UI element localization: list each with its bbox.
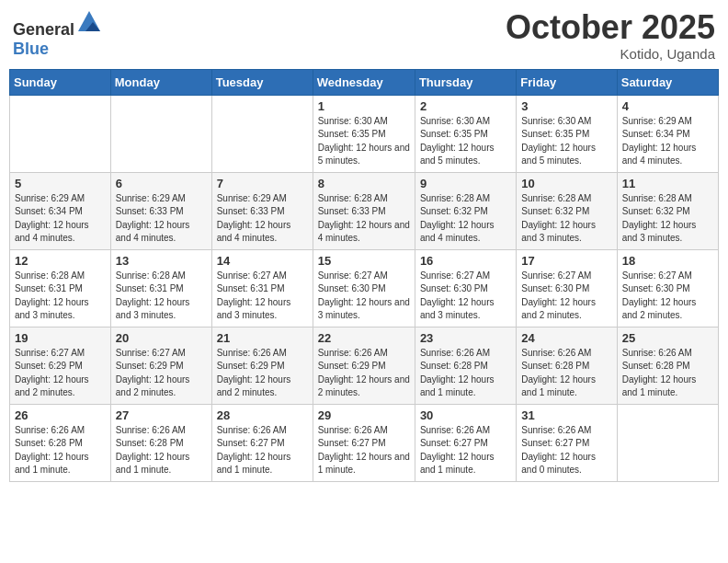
weekday-header-sunday: Sunday: [10, 69, 111, 95]
calendar-cell: 2Sunrise: 6:30 AM Sunset: 6:35 PM Daylig…: [415, 95, 516, 172]
day-number: 25: [622, 331, 713, 345]
day-info: Sunrise: 6:27 AM Sunset: 6:30 PM Dayligh…: [318, 270, 410, 323]
calendar-cell: 4Sunrise: 6:29 AM Sunset: 6:34 PM Daylig…: [617, 95, 718, 172]
calendar-cell: 13Sunrise: 6:28 AM Sunset: 6:31 PM Dayli…: [110, 249, 211, 327]
calendar-cell: 6Sunrise: 6:29 AM Sunset: 6:33 PM Daylig…: [110, 172, 211, 249]
calendar-table: SundayMondayTuesdayWednesdayThursdayFrid…: [9, 69, 719, 482]
calendar-cell: 8Sunrise: 6:28 AM Sunset: 6:33 PM Daylig…: [313, 172, 415, 249]
calendar-cell: 25Sunrise: 6:26 AM Sunset: 6:28 PM Dayli…: [617, 327, 718, 404]
day-info: Sunrise: 6:26 AM Sunset: 6:28 PM Dayligh…: [622, 347, 713, 400]
day-number: 18: [622, 254, 713, 268]
day-info: Sunrise: 6:30 AM Sunset: 6:35 PM Dayligh…: [420, 115, 511, 168]
day-number: 2: [420, 99, 511, 113]
day-info: Sunrise: 6:28 AM Sunset: 6:33 PM Dayligh…: [318, 192, 410, 246]
calendar-cell: 19Sunrise: 6:27 AM Sunset: 6:29 PM Dayli…: [10, 327, 111, 404]
calendar-cell: 3Sunrise: 6:30 AM Sunset: 6:35 PM Daylig…: [517, 95, 617, 172]
title-block: October 2025 Kotido, Uganda: [506, 9, 715, 62]
day-info: Sunrise: 6:27 AM Sunset: 6:29 PM Dayligh…: [15, 347, 106, 400]
day-info: Sunrise: 6:29 AM Sunset: 6:33 PM Dayligh…: [217, 192, 308, 246]
day-info: Sunrise: 6:27 AM Sunset: 6:30 PM Dayligh…: [622, 270, 713, 323]
logo-general: General: [13, 20, 74, 39]
day-number: 10: [521, 177, 611, 190]
day-info: Sunrise: 6:27 AM Sunset: 6:30 PM Dayligh…: [420, 270, 511, 323]
day-number: 6: [116, 177, 207, 190]
day-number: 5: [15, 177, 106, 190]
day-info: Sunrise: 6:30 AM Sunset: 6:35 PM Dayligh…: [318, 115, 410, 168]
day-info: Sunrise: 6:26 AM Sunset: 6:27 PM Dayligh…: [420, 424, 511, 477]
weekday-header-monday: Monday: [110, 69, 211, 95]
calendar-cell: 14Sunrise: 6:27 AM Sunset: 6:31 PM Dayli…: [211, 249, 313, 327]
calendar-week-row: 12Sunrise: 6:28 AM Sunset: 6:31 PM Dayli…: [10, 249, 719, 327]
day-info: Sunrise: 6:27 AM Sunset: 6:30 PM Dayligh…: [521, 270, 611, 323]
calendar-cell: 31Sunrise: 6:26 AM Sunset: 6:27 PM Dayli…: [517, 404, 617, 481]
day-number: 15: [318, 254, 410, 268]
calendar-week-row: 19Sunrise: 6:27 AM Sunset: 6:29 PM Dayli…: [10, 327, 719, 404]
day-number: 26: [15, 408, 106, 422]
day-number: 16: [420, 254, 511, 268]
day-number: 28: [217, 408, 308, 422]
day-info: Sunrise: 6:29 AM Sunset: 6:33 PM Dayligh…: [116, 192, 207, 246]
weekday-header-wednesday: Wednesday: [313, 69, 415, 95]
month-title: October 2025: [506, 9, 715, 46]
weekday-header-thursday: Thursday: [415, 69, 516, 95]
day-number: 8: [318, 177, 410, 190]
weekday-header-tuesday: Tuesday: [211, 69, 313, 95]
day-info: Sunrise: 6:26 AM Sunset: 6:29 PM Dayligh…: [318, 347, 410, 400]
day-info: Sunrise: 6:27 AM Sunset: 6:31 PM Dayligh…: [217, 270, 308, 323]
day-info: Sunrise: 6:26 AM Sunset: 6:28 PM Dayligh…: [420, 347, 511, 400]
day-info: Sunrise: 6:29 AM Sunset: 6:34 PM Dayligh…: [15, 192, 106, 246]
calendar-cell: [211, 95, 313, 172]
calendar-cell: 7Sunrise: 6:29 AM Sunset: 6:33 PM Daylig…: [211, 172, 313, 249]
calendar-cell: 16Sunrise: 6:27 AM Sunset: 6:30 PM Dayli…: [415, 249, 516, 327]
weekday-header-friday: Friday: [517, 69, 617, 95]
day-number: 23: [420, 331, 511, 345]
day-info: Sunrise: 6:26 AM Sunset: 6:28 PM Dayligh…: [116, 424, 207, 477]
logo: General Blue: [13, 9, 102, 59]
weekday-header-saturday: Saturday: [617, 69, 718, 95]
calendar-week-row: 1Sunrise: 6:30 AM Sunset: 6:35 PM Daylig…: [10, 95, 719, 172]
day-info: Sunrise: 6:27 AM Sunset: 6:29 PM Dayligh…: [116, 347, 207, 400]
calendar-cell: 9Sunrise: 6:28 AM Sunset: 6:32 PM Daylig…: [415, 172, 516, 249]
day-number: 1: [318, 99, 410, 113]
page-header: General Blue October 2025 Kotido, Uganda: [9, 9, 719, 62]
day-info: Sunrise: 6:26 AM Sunset: 6:27 PM Dayligh…: [318, 424, 410, 477]
calendar-week-row: 26Sunrise: 6:26 AM Sunset: 6:28 PM Dayli…: [10, 404, 719, 481]
day-number: 30: [420, 408, 511, 422]
weekday-header-row: SundayMondayTuesdayWednesdayThursdayFrid…: [10, 69, 719, 95]
day-info: Sunrise: 6:28 AM Sunset: 6:31 PM Dayligh…: [116, 270, 207, 323]
calendar-cell: 24Sunrise: 6:26 AM Sunset: 6:28 PM Dayli…: [517, 327, 617, 404]
day-info: Sunrise: 6:28 AM Sunset: 6:31 PM Dayligh…: [15, 270, 106, 323]
day-info: Sunrise: 6:28 AM Sunset: 6:32 PM Dayligh…: [622, 192, 713, 246]
day-info: Sunrise: 6:26 AM Sunset: 6:28 PM Dayligh…: [15, 424, 106, 477]
day-number: 11: [622, 177, 713, 190]
calendar-cell: 20Sunrise: 6:27 AM Sunset: 6:29 PM Dayli…: [110, 327, 211, 404]
day-number: 21: [217, 331, 308, 345]
calendar-cell: 28Sunrise: 6:26 AM Sunset: 6:27 PM Dayli…: [211, 404, 313, 481]
calendar-cell: 30Sunrise: 6:26 AM Sunset: 6:27 PM Dayli…: [415, 404, 516, 481]
calendar-cell: 22Sunrise: 6:26 AM Sunset: 6:29 PM Dayli…: [313, 327, 415, 404]
calendar-cell: 26Sunrise: 6:26 AM Sunset: 6:28 PM Dayli…: [10, 404, 111, 481]
day-info: Sunrise: 6:26 AM Sunset: 6:28 PM Dayligh…: [521, 347, 611, 400]
logo-icon: [76, 9, 102, 35]
calendar-cell: 29Sunrise: 6:26 AM Sunset: 6:27 PM Dayli…: [313, 404, 415, 481]
day-number: 19: [15, 331, 106, 345]
calendar-cell: 15Sunrise: 6:27 AM Sunset: 6:30 PM Dayli…: [313, 249, 415, 327]
calendar-cell: 12Sunrise: 6:28 AM Sunset: 6:31 PM Dayli…: [10, 249, 111, 327]
calendar-cell: 5Sunrise: 6:29 AM Sunset: 6:34 PM Daylig…: [10, 172, 111, 249]
day-number: 9: [420, 177, 511, 190]
logo-blue: Blue: [13, 40, 49, 58]
day-info: Sunrise: 6:28 AM Sunset: 6:32 PM Dayligh…: [521, 192, 611, 246]
calendar-cell: 18Sunrise: 6:27 AM Sunset: 6:30 PM Dayli…: [617, 249, 718, 327]
day-number: 14: [217, 254, 308, 268]
calendar-cell: [110, 95, 211, 172]
day-info: Sunrise: 6:29 AM Sunset: 6:34 PM Dayligh…: [622, 115, 713, 168]
calendar-cell: 23Sunrise: 6:26 AM Sunset: 6:28 PM Dayli…: [415, 327, 516, 404]
location: Kotido, Uganda: [506, 46, 715, 62]
calendar-cell: [617, 404, 718, 481]
day-number: 20: [116, 331, 207, 345]
day-number: 4: [622, 99, 713, 113]
day-number: 3: [521, 99, 611, 113]
day-number: 13: [116, 254, 207, 268]
day-number: 7: [217, 177, 308, 190]
day-number: 22: [318, 331, 410, 345]
